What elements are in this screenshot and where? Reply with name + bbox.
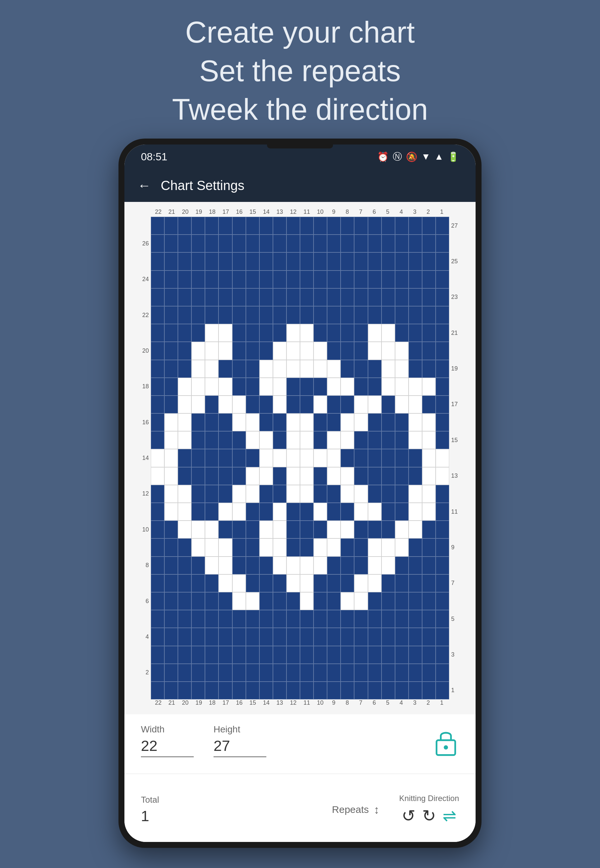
grid-cell[interactable] — [327, 485, 341, 503]
grid-cell[interactable] — [232, 234, 246, 253]
grid-cell[interactable] — [259, 217, 273, 234]
grid-cell[interactable] — [218, 592, 232, 610]
grid-cell[interactable] — [354, 271, 368, 288]
grid-cell[interactable] — [409, 503, 422, 520]
grid-cell[interactable] — [232, 538, 246, 556]
grid-cell[interactable] — [354, 628, 368, 646]
grid-cell[interactable] — [314, 467, 327, 485]
grid-cell[interactable] — [205, 646, 218, 664]
grid-cell[interactable] — [273, 288, 286, 306]
grid-cell[interactable] — [218, 628, 232, 646]
grid-cell[interactable] — [382, 288, 395, 306]
grid-cell[interactable] — [232, 342, 246, 360]
grid-cell[interactable] — [368, 485, 382, 503]
grid-cell[interactable] — [246, 520, 259, 538]
grid-cell[interactable] — [341, 520, 354, 538]
grid-cell[interactable] — [422, 324, 436, 342]
grid-cell[interactable] — [368, 271, 382, 288]
grid-cell[interactable] — [409, 396, 422, 413]
grid-cell[interactable] — [314, 592, 327, 610]
grid-cell[interactable] — [368, 342, 382, 360]
grid-cell[interactable] — [273, 378, 286, 396]
grid-cell[interactable] — [273, 592, 286, 610]
grid-cell[interactable] — [368, 646, 382, 664]
grid-cell[interactable] — [191, 449, 205, 467]
grid-cell[interactable] — [368, 449, 382, 467]
grid-cell[interactable] — [422, 217, 436, 234]
grid-cell[interactable] — [300, 467, 314, 485]
grid-cell[interactable] — [341, 592, 354, 610]
grid-cell[interactable] — [341, 306, 354, 324]
grid-cell[interactable] — [164, 288, 178, 306]
grid-cell[interactable] — [300, 413, 314, 431]
grid-cell[interactable] — [286, 378, 300, 396]
grid-cell[interactable] — [395, 217, 409, 234]
grid-cell[interactable] — [354, 324, 368, 342]
grid-cell[interactable] — [314, 288, 327, 306]
grid-cell[interactable] — [436, 342, 449, 360]
grid-cell[interactable] — [232, 664, 246, 682]
grid-cell[interactable] — [354, 610, 368, 628]
grid-cell[interactable] — [300, 520, 314, 538]
grid-cell[interactable] — [395, 288, 409, 306]
grid-cell[interactable] — [422, 610, 436, 628]
grid-cell[interactable] — [191, 324, 205, 342]
grid-cell[interactable] — [259, 253, 273, 270]
grid-cell[interactable] — [341, 646, 354, 664]
grid-cell[interactable] — [218, 575, 232, 592]
grid-cell[interactable] — [273, 306, 286, 324]
grid-cell[interactable] — [409, 431, 422, 449]
grid-cell[interactable] — [422, 485, 436, 503]
grid-cell[interactable] — [191, 485, 205, 503]
grid-cell[interactable] — [259, 520, 273, 538]
grid-cell[interactable] — [327, 306, 341, 324]
grid-cell[interactable] — [259, 271, 273, 288]
grid-cell[interactable] — [436, 253, 449, 270]
grid-cell[interactable] — [341, 556, 354, 575]
grid-cell[interactable] — [422, 306, 436, 324]
grid-cell[interactable] — [178, 271, 191, 288]
grid-cell[interactable] — [300, 324, 314, 342]
grid-cell[interactable] — [354, 646, 368, 664]
grid-cell[interactable] — [151, 360, 164, 378]
grid-cell[interactable] — [286, 664, 300, 682]
grid-cell[interactable] — [273, 431, 286, 449]
grid-cell[interactable] — [273, 485, 286, 503]
grid-cell[interactable] — [273, 538, 286, 556]
grid-cell[interactable] — [191, 431, 205, 449]
grid-cell[interactable] — [205, 485, 218, 503]
grid-cell[interactable] — [422, 575, 436, 592]
grid-cell[interactable] — [422, 288, 436, 306]
grid-cell[interactable] — [354, 503, 368, 520]
grid-cell[interactable] — [382, 503, 395, 520]
grid-cell[interactable] — [436, 664, 449, 682]
grid-cell[interactable] — [218, 217, 232, 234]
grid-cell[interactable] — [314, 360, 327, 378]
grid-cell[interactable] — [178, 520, 191, 538]
grid-cell[interactable] — [232, 271, 246, 288]
grid-cell[interactable] — [382, 610, 395, 628]
grid-cell[interactable] — [327, 592, 341, 610]
grid-cell[interactable] — [273, 324, 286, 342]
grid-cell[interactable] — [246, 575, 259, 592]
grid-cell[interactable] — [354, 234, 368, 253]
grid-cell[interactable] — [218, 396, 232, 413]
grid-cell[interactable] — [232, 253, 246, 270]
grid-cell[interactable] — [314, 342, 327, 360]
grid-cell[interactable] — [205, 378, 218, 396]
grid-cell[interactable] — [191, 592, 205, 610]
grid-cell[interactable] — [246, 467, 259, 485]
grid-cell[interactable] — [178, 575, 191, 592]
grid-cell[interactable] — [341, 324, 354, 342]
grid-cell[interactable] — [151, 306, 164, 324]
grid-cell[interactable] — [395, 664, 409, 682]
grid-cell[interactable] — [218, 503, 232, 520]
grid-cell[interactable] — [151, 467, 164, 485]
grid-cell[interactable] — [246, 664, 259, 682]
grid-cell[interactable] — [164, 413, 178, 431]
grid-cell[interactable] — [151, 234, 164, 253]
grid-cell[interactable] — [368, 234, 382, 253]
grid-cell[interactable] — [286, 592, 300, 610]
grid-cell[interactable] — [409, 575, 422, 592]
grid-cell[interactable] — [191, 413, 205, 431]
